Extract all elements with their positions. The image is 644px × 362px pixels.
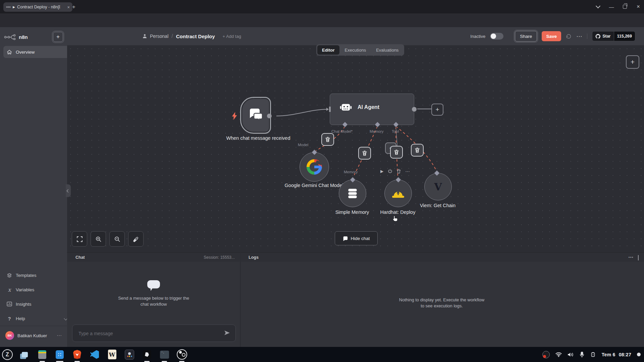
port-label-tool: Tool (392, 129, 399, 133)
app-store-icon[interactable] (54, 349, 65, 360)
node-viem-get-chain[interactable]: V (424, 173, 452, 200)
browser-tab[interactable]: ▶ Contract Deploy - n8n[DE × (3, 2, 72, 12)
workflow-canvas[interactable] (67, 45, 644, 252)
chat-panel-body: Send a message below to trigger the chat… (67, 262, 240, 347)
sidebar-item-label: Overview (16, 50, 35, 55)
logs-collapse-icon[interactable] (638, 255, 639, 260)
wifi-icon[interactable] (555, 352, 562, 357)
chat-session[interactable]: Session: 15553... (204, 255, 235, 260)
media-app-icon[interactable] (124, 349, 135, 360)
port-label-memory-sub: Memory (344, 170, 358, 174)
restore-icon[interactable] (621, 2, 629, 11)
delete-connection-button[interactable] (321, 133, 334, 146)
chat-input[interactable] (78, 325, 220, 342)
sidebar-item-help[interactable]: ? Help (3, 312, 70, 324)
delete-connection-button[interactable] (358, 147, 371, 160)
node-hover-toolbar: ▶ ⋯ (380, 169, 410, 174)
sidebar-item-variables[interactable]: x Variables (3, 284, 70, 296)
zoom-out-button[interactable] (109, 231, 125, 247)
obs-icon[interactable] (176, 349, 187, 360)
hide-chat-button[interactable]: Hide chat (335, 231, 378, 245)
terminal-icon[interactable]: '- (159, 349, 170, 360)
w-app-icon[interactable]: W (107, 349, 117, 360)
favicon-n8n-icon (6, 5, 11, 9)
taskbar-time[interactable]: 08:27 (619, 352, 631, 357)
trigger-lightning-icon (231, 112, 237, 120)
port-label-memory: Memory (370, 129, 384, 133)
recording-indicator-icon[interactable] (542, 351, 550, 358)
view-mode-tabs: Editor Executions Evaluations (316, 44, 404, 56)
logs-panel-body: Nothing to display yet. Execute the work… (240, 262, 644, 347)
hardhat-icon (391, 188, 405, 199)
breadcrumb-project[interactable]: Personal (150, 34, 168, 39)
sidebar-item-label: Templates (16, 273, 37, 278)
node-label: Hardhat: Deploy (371, 209, 425, 215)
logo-text: n8n (19, 34, 28, 40)
add-workflow-button[interactable]: + (53, 32, 63, 42)
agent-input-port[interactable] (329, 107, 331, 112)
tab-executions[interactable]: Executions (340, 45, 371, 55)
close-window-icon[interactable]: × (634, 2, 643, 11)
agent-output-port[interactable] (412, 107, 417, 112)
active-toggle[interactable] (490, 33, 503, 40)
dark-app-icon[interactable] (142, 349, 152, 360)
node-options-icon[interactable]: ⋯ (405, 169, 410, 174)
deactivate-node-icon[interactable] (388, 169, 392, 174)
divider (587, 34, 587, 39)
tidy-up-button[interactable] (128, 231, 144, 247)
share-button[interactable]: Share (515, 31, 537, 42)
add-tag-button[interactable]: + Add tag (223, 34, 241, 39)
workflow-name[interactable]: Contract Deploy (176, 34, 215, 39)
sidebar-item-templates[interactable]: Templates (3, 269, 70, 281)
send-icon[interactable] (224, 330, 230, 336)
chat-panel-header[interactable]: Chat Session: 15553... (67, 252, 240, 262)
user-options-icon[interactable]: ⋯ (57, 333, 62, 339)
volume-icon[interactable] (568, 352, 574, 357)
workflow-header: Personal / Contract Deploy + Add tag Ina… (67, 27, 644, 45)
agent-connect-plus-button[interactable]: + (431, 104, 443, 116)
microphone-icon[interactable] (580, 352, 584, 358)
notifications-icon[interactable] (637, 353, 641, 356)
chat-input-box[interactable] (72, 324, 236, 342)
sidebar-item-overview[interactable]: Overview (3, 46, 70, 58)
file-manager-icon[interactable] (37, 349, 48, 360)
sidebar-collapse-handle[interactable] (66, 184, 71, 197)
logs-options-icon[interactable]: ⋯ (628, 254, 633, 260)
more-options-icon[interactable]: ⋯ (576, 33, 582, 40)
delete-connection-button[interactable] (390, 146, 403, 159)
minimize-icon[interactable]: — (607, 2, 616, 11)
vscode-icon[interactable] (89, 349, 100, 360)
browser-nav-bar: ‹ › ⓘ localhost:5678/workflow/yVQ4UZgQAA… (0, 13, 644, 27)
home-icon (7, 50, 12, 55)
node-simple-memory[interactable] (339, 180, 366, 207)
zen-browser-icon[interactable]: Z (2, 349, 13, 360)
node-ai-agent[interactable]: AI Agent (330, 94, 414, 125)
sidebar-item-label: Variables (16, 287, 34, 292)
node-chat-trigger[interactable] (242, 99, 269, 132)
new-tab-button[interactable]: + (70, 3, 78, 11)
tab-close-icon[interactable]: × (67, 5, 70, 10)
execute-node-icon[interactable]: ▶ (380, 169, 383, 174)
tab-editor[interactable]: Editor (317, 45, 339, 55)
brave-icon[interactable] (72, 349, 83, 360)
user-menu[interactable]: BK Batikan Kutluer ⋯ (5, 331, 62, 340)
delete-node-icon[interactable] (397, 169, 401, 174)
zoom-in-button[interactable] (91, 231, 106, 247)
node-title: AI Agent (358, 104, 379, 110)
add-node-button[interactable]: + (626, 55, 639, 69)
node-hardhat-deploy[interactable] (384, 180, 412, 207)
zoom-to-fit-button[interactable] (72, 231, 87, 247)
trigger-output-port[interactable] (267, 114, 272, 118)
history-icon[interactable] (566, 34, 572, 39)
battery-icon[interactable] (590, 352, 596, 357)
sidebar-item-insights[interactable]: Insights (3, 298, 70, 310)
tab-evaluations[interactable]: Evaluations (371, 45, 403, 55)
node-google-gemini[interactable] (300, 152, 329, 182)
github-star-widget[interactable]: Star 115,269 (592, 31, 635, 41)
logs-panel-header[interactable]: Logs ⋯ (240, 252, 644, 262)
tab-search-icon[interactable] (594, 2, 602, 11)
workspaces-icon[interactable] (19, 349, 30, 360)
taskbar-date[interactable]: Tem 6 (602, 352, 615, 357)
delete-connection-button[interactable] (411, 144, 424, 157)
save-button[interactable]: Save (542, 31, 561, 41)
